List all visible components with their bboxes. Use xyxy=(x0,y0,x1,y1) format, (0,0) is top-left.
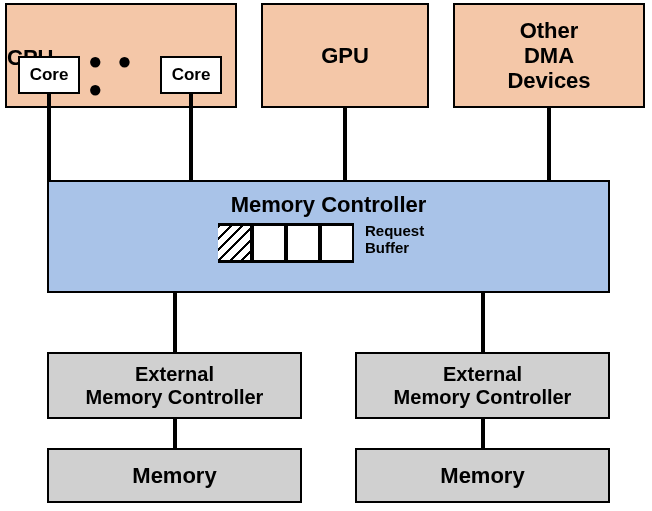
memory-2: Memory xyxy=(355,448,610,503)
other-dma-label: Other DMA Devices xyxy=(507,18,590,94)
request-buffer-slot xyxy=(320,226,354,260)
request-buffer-slot-filled xyxy=(218,226,252,260)
cpu-core-ellipsis: ● ● ● xyxy=(88,56,154,94)
connector xyxy=(481,419,485,448)
connector xyxy=(481,293,485,352)
architecture-diagram: CPU Core ● ● ● Core GPU Other DMA Device… xyxy=(0,0,652,511)
memory-controller-label: Memory Controller xyxy=(231,192,427,218)
connector xyxy=(173,419,177,448)
ext-ctrl-label: External Memory Controller xyxy=(86,363,264,409)
external-memory-controller-1: External Memory Controller xyxy=(47,352,302,419)
request-buffer-slot xyxy=(252,226,286,260)
connector xyxy=(189,94,193,180)
request-buffer xyxy=(218,223,354,263)
core-label: Core xyxy=(172,65,211,85)
other-dma-block: Other DMA Devices xyxy=(453,3,645,108)
core-label: Core xyxy=(30,65,69,85)
connector xyxy=(47,94,51,180)
connector xyxy=(547,108,551,180)
connector xyxy=(343,108,347,180)
memory-label: Memory xyxy=(440,463,524,489)
cpu-core-n: Core xyxy=(160,56,222,94)
external-memory-controller-2: External Memory Controller xyxy=(355,352,610,419)
gpu-block: GPU xyxy=(261,3,429,108)
memory-label: Memory xyxy=(132,463,216,489)
connector xyxy=(173,293,177,352)
ext-ctrl-label: External Memory Controller xyxy=(394,363,572,409)
request-buffer-label: Request Buffer xyxy=(365,223,424,256)
cpu-core-1: Core xyxy=(18,56,80,94)
memory-1: Memory xyxy=(47,448,302,503)
request-buffer-slot xyxy=(286,226,320,260)
gpu-label: GPU xyxy=(321,43,369,69)
